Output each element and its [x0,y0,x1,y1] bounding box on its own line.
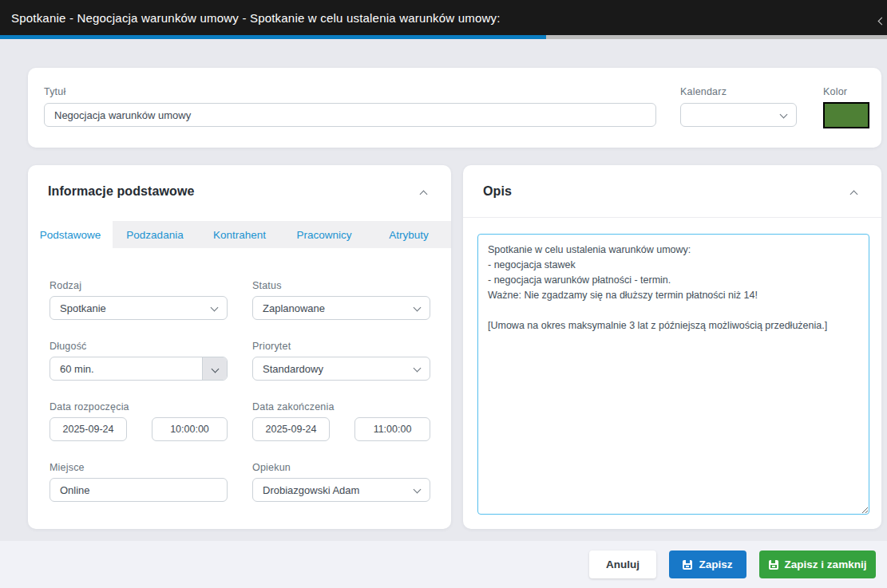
title-input[interactable] [44,103,656,127]
cancel-button[interactable]: Anuluj [589,551,656,578]
save-button[interactable]: Zapisz [669,551,746,578]
chevron-up-icon[interactable] [851,186,862,197]
basic-info-tabs: Podstawowe Podzadania Kontrahent Pracown… [28,221,451,248]
save-and-close-button-label: Zapisz i zamknij [785,558,867,570]
description-textarea[interactable]: Spotkanie w celu ustalenia warunków umow… [477,234,869,515]
progress-bar-fill [0,35,546,39]
calendar-label: Kalendarz [680,86,727,97]
tab-podzadania[interactable]: Podzadania [113,221,197,248]
chevron-down-icon [211,365,219,373]
tab-pracownicy[interactable]: Pracownicy [282,221,366,248]
basic-info-panel-title: Informacje podstawowe [48,184,194,199]
description-panel: Opis Spotkanie w celu ustalenia warunków… [463,165,881,529]
opiekun-label: Opiekun [252,462,291,473]
miejsce-label: Miejsce [49,462,85,473]
chevron-down-icon [414,365,422,373]
chevron-down-icon [780,111,788,119]
divider [463,217,881,218]
dlugosc-select[interactable]: 60 min. [49,357,228,381]
tab-atrybuty[interactable]: Atrybuty [366,221,451,248]
data-zakonczenia-date-input[interactable] [252,417,330,441]
dlugosc-select-value: 60 min. [50,357,202,380]
floppy-disk-icon [769,560,778,570]
data-zakonczenia-time-input[interactable] [354,417,430,441]
opiekun-select-value: Drobiazgowski Adam [263,484,359,496]
chevron-left-icon[interactable] [879,13,887,24]
color-label: Kolor [823,86,847,97]
priorytet-select-value: Standardowy [263,363,323,375]
tab-podstawowe[interactable]: Podstawowe [28,221,113,248]
description-panel-header: Opis [463,165,881,217]
basic-info-panel-header: Informacje podstawowe [28,165,451,217]
event-header-card: Tytuł Kalendarz Kolor [28,68,881,148]
data-rozpoczecia-label: Data rozpoczęcia [49,401,129,412]
chevron-down-icon [414,486,422,494]
opiekun-select[interactable]: Drobiazgowski Adam [252,478,430,502]
color-swatch[interactable] [823,102,869,128]
rodzaj-select-value: Spotkanie [60,302,106,314]
chevron-down-icon [211,304,219,312]
title-label: Tytuł [44,86,65,97]
miejsce-input[interactable] [49,478,228,502]
status-select-value: Zaplanowane [263,302,325,314]
footer-action-bar: Anuluj Zapisz Zapisz i zamknij [0,541,887,588]
tab-kontrahent[interactable]: Kontrahent [197,221,282,248]
window-title-bar: Spotkanie - Negocjacja warunków umowy - … [0,0,887,35]
data-zakonczenia-label: Data zakończenia [252,401,335,412]
floppy-disk-icon [683,560,692,570]
save-button-label: Zapisz [699,558,732,570]
priorytet-label: Priorytet [252,341,291,352]
priorytet-select[interactable]: Standardowy [252,357,430,381]
dlugosc-dropdown-button[interactable] [202,357,227,380]
dlugosc-label: Długość [49,341,87,352]
description-panel-title: Opis [483,184,512,199]
window-title: Spotkanie - Negocjacja warunków umowy - … [11,11,501,25]
status-select[interactable]: Zaplanowane [252,296,430,320]
status-label: Status [252,280,282,291]
save-and-close-button[interactable]: Zapisz i zamknij [759,551,876,578]
rodzaj-select[interactable]: Spotkanie [49,296,228,320]
rodzaj-label: Rodzaj [49,280,81,291]
progress-bar-track [0,35,887,39]
calendar-select[interactable] [680,103,797,127]
chevron-up-icon[interactable] [421,186,432,197]
basic-info-panel: Informacje podstawowe Podstawowe Podzada… [28,165,451,529]
chevron-down-icon [414,304,422,312]
data-rozpoczecia-time-input[interactable] [152,417,228,441]
data-rozpoczecia-date-input[interactable] [49,417,127,441]
